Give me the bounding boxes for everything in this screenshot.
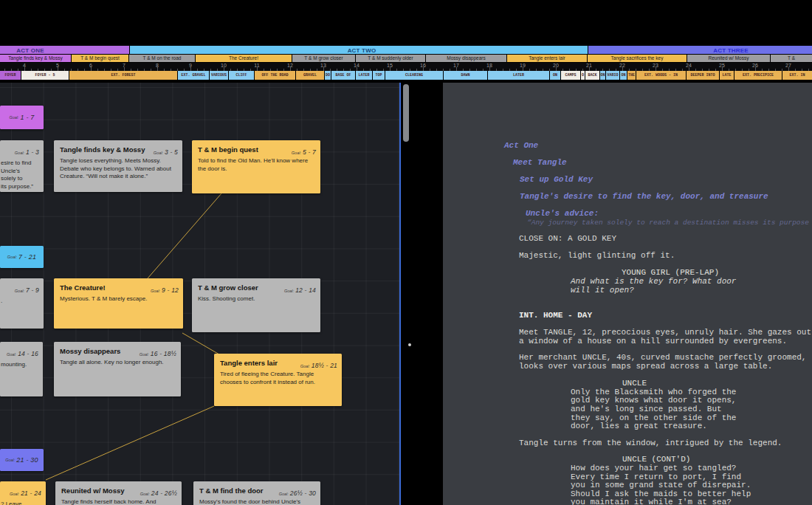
- script-line[interactable]: door, lies a great treasure.: [571, 422, 707, 430]
- goal-range: Goal:3 - 5: [154, 144, 178, 157]
- goal-value: 7 - 9: [26, 286, 39, 294]
- beat-segment[interactable]: T &: [771, 55, 812, 62]
- story-beat-card[interactable]: Goal:16 - 18½Mossy disappearsTangle all …: [54, 342, 181, 396]
- story-beat-card[interactable]: Goal:1 - 3esire to findUncle'ssolely toi…: [0, 140, 44, 192]
- beat-segment[interactable]: Tangle enters lair: [507, 55, 587, 62]
- script-editor-panel[interactable]: Act OneMeet TangleSet up Gold KeyTangle'…: [443, 83, 812, 505]
- scene-strip[interactable]: DAWN: [444, 71, 487, 80]
- goal-label: Goal:: [7, 352, 16, 357]
- script-line[interactable]: Tangle's desire to find the key, door, a…: [520, 192, 768, 201]
- script-line[interactable]: UNCLE (CONT'D): [622, 455, 690, 464]
- card-title: Reunited w/ Mossy: [61, 487, 149, 495]
- script-line[interactable]: Uncle's advice:: [526, 209, 599, 218]
- card-body: Mysterious. T & M barely escape.: [60, 295, 179, 303]
- script-line[interactable]: Her merchant UNCLE, 40s, curved mustache…: [519, 353, 806, 362]
- beat-segment[interactable]: Mossy disappears: [426, 55, 506, 62]
- story-beat-card[interactable]: Goal:21 - 24? Leave: [0, 481, 46, 505]
- script-line[interactable]: and he's long since passed. But: [571, 405, 722, 413]
- beat-segment[interactable]: The Creature!: [196, 55, 292, 62]
- board-scrollbar-thumb[interactable]: [403, 84, 409, 142]
- scene-strip[interactable]: FOYER: [0, 71, 21, 80]
- scene-strip[interactable]: BASE OF: [331, 71, 355, 80]
- story-beat-card[interactable]: Goal:24 - 26½Reunited w/ MossyTangle fin…: [55, 481, 182, 505]
- panel-divider[interactable]: [399, 83, 401, 505]
- story-beat-card[interactable]: Goal:12 - 14T & M grow closerKiss. Shoot…: [192, 278, 320, 332]
- scene-strip[interactable]: BACK: [585, 71, 599, 80]
- scene-strip[interactable]: TOP: [373, 71, 385, 80]
- scene-strip[interactable]: CLEARING: [385, 71, 443, 80]
- card-title: T & M grow closer: [198, 284, 288, 292]
- script-line[interactable]: you in some grand state of disrepair.: [571, 481, 751, 489]
- script-line[interactable]: a window of a house on a hill surrounded…: [519, 337, 787, 346]
- script-line[interactable]: Majestic, light glinting off it.: [519, 251, 675, 260]
- scene-strip[interactable]: FOYER - 5: [21, 71, 69, 80]
- scene-strip[interactable]: DEEPER INTO: [687, 71, 719, 80]
- script-line[interactable]: looks over various maps spread across a …: [519, 362, 772, 371]
- scene-strip[interactable]: EXT. PRECIPICE: [734, 71, 782, 80]
- story-beat-card[interactable]: Goal:14 - 16mounting.: [0, 342, 43, 396]
- beat-segment[interactable]: T & M begin quest: [72, 55, 128, 62]
- script-line[interactable]: you maintain it while I'm at sea?: [571, 498, 732, 505]
- script-line[interactable]: YOUNG GIRL (PRE-LAP): [622, 268, 719, 277]
- act-band[interactable]: [588, 46, 812, 54]
- goal-range-card[interactable]: Goal:7 - 21: [0, 246, 44, 268]
- scene-strip[interactable]: VARIO: [606, 71, 619, 80]
- scene-strip[interactable]: GRAVEL: [296, 71, 324, 80]
- script-line[interactable]: UNCLE: [622, 379, 647, 388]
- script-line[interactable]: will it open?: [571, 286, 634, 295]
- goal-value: 26½ - 30: [290, 489, 316, 497]
- scene-strip[interactable]: ON: [600, 71, 605, 80]
- script-line[interactable]: Meet Tangle: [513, 158, 567, 167]
- goal-range-card[interactable]: Goal:1 - 7: [0, 106, 44, 129]
- goal-value: 3 - 5: [165, 148, 178, 156]
- scene-strip[interactable]: LATE: [720, 71, 734, 80]
- script-line[interactable]: And what is the key for? What door: [571, 277, 736, 286]
- story-beat-card[interactable]: Goal:26½ - 30T & M find the doorMossy's …: [193, 481, 320, 505]
- goal-range-card[interactable]: Goal:21 - 30: [0, 449, 44, 471]
- goal-range: Goal:9 - 12: [151, 282, 179, 295]
- story-beat-card[interactable]: Goal:9 - 12The Creature!Mysterious. T & …: [54, 278, 183, 329]
- card-body: Tired of fleeing the Creature. Tangle ch…: [220, 371, 337, 386]
- scene-strip[interactable]: OFF THE ROAD: [255, 71, 295, 80]
- scene-strip[interactable]: LATER: [488, 71, 549, 80]
- scene-strip[interactable]: LATER: [356, 71, 372, 80]
- act-label: ACT ONE: [16, 47, 44, 54]
- beat-segment[interactable]: T & M grow closer: [292, 55, 355, 62]
- beat-segment[interactable]: Tangle finds key & Mossy: [0, 55, 71, 62]
- scene-strip[interactable]: VARIOUS: [210, 71, 228, 80]
- script-line[interactable]: INT. HOME - DAY: [519, 311, 592, 320]
- card-body: esire to findUncle'ssolely toits purpose…: [1, 159, 42, 191]
- timeline-scene-strips-row: FOYERFOYER - 5EXT. FORESTEXT. GRAVELVARI…: [0, 71, 812, 80]
- scene-strip[interactable]: ON: [620, 71, 627, 80]
- script-line[interactable]: How does your hair get so tangled?: [571, 464, 736, 473]
- scene-strip[interactable]: ON: [550, 71, 560, 80]
- connection-line: [46, 406, 214, 480]
- story-beat-card[interactable]: Goal:7 - 9.: [0, 278, 44, 329]
- story-beat-card[interactable]: Goal:18½ - 21Tangle enters lairTired of …: [214, 354, 342, 406]
- beat-segment[interactable]: T & M suddenly older: [356, 55, 425, 62]
- script-line[interactable]: Act One: [504, 141, 538, 150]
- script-line[interactable]: Meet TANGLE, 12, precocious eyes, unruly…: [519, 328, 811, 337]
- scene-strip[interactable]: DO: [325, 71, 331, 80]
- scene-strip[interactable]: CAMPS: [561, 71, 580, 80]
- script-line[interactable]: CLOSE ON: A GOLD KEY: [519, 234, 616, 243]
- scene-strip[interactable]: THE: [627, 71, 636, 80]
- connection-line: [148, 193, 221, 278]
- scene-strip[interactable]: EXT. GRAVEL: [178, 71, 209, 80]
- story-beat-card[interactable]: Goal:3 - 5Tangle finds key & MossyTangle…: [54, 140, 182, 192]
- scene-strip[interactable]: EXT. WOODS - IN: [636, 71, 686, 80]
- script-line[interactable]: “Any journey taken solely to reach a des…: [527, 219, 809, 227]
- script-line[interactable]: Set up Gold Key: [520, 175, 593, 184]
- scene-strip[interactable]: CLIFF: [229, 71, 254, 80]
- story-beat-card[interactable]: Goal:5 - 7T & M begin questTold to find …: [192, 140, 320, 193]
- scene-strip[interactable]: O: [581, 71, 585, 80]
- scene-strip[interactable]: EXT. FOREST: [69, 71, 177, 80]
- script-line[interactable]: Tangle turns from the window, intrigued …: [519, 439, 782, 447]
- beat-segment[interactable]: Reunited w/ Mossy: [687, 55, 770, 62]
- outline-board-panel[interactable]: Goal:1 - 7Goal:1 - 3esire to findUncle's…: [0, 83, 399, 505]
- script-line[interactable]: gold key knows what door it opens,: [571, 396, 736, 405]
- beat-segment[interactable]: Tangle sacrifices the key: [588, 55, 687, 62]
- beat-segment[interactable]: T & M on the road: [129, 55, 195, 62]
- panel-resize-handle-dot[interactable]: [408, 343, 411, 346]
- scene-strip[interactable]: EXT. IN: [782, 71, 812, 80]
